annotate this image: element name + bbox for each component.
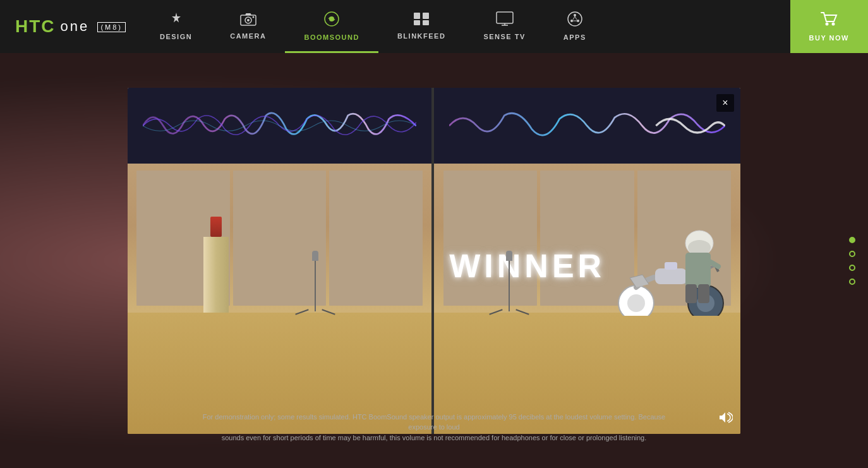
blinkfeed-label: BLINKFEED bbox=[397, 32, 445, 40]
top-navigation: HTC one (M8) DESIGN bbox=[0, 0, 868, 53]
nav-item-boomsound[interactable]: BOOMSOUND bbox=[285, 0, 378, 53]
caption-line-1: For demonstration only; some results sim… bbox=[194, 412, 674, 433]
nav-item-camera[interactable]: CAMERA bbox=[211, 0, 285, 53]
svg-rect-8 bbox=[423, 20, 429, 25]
camera-icon bbox=[240, 12, 256, 28]
svg-rect-31 bbox=[685, 253, 711, 287]
svg-line-16 bbox=[573, 16, 575, 20]
svg-rect-26 bbox=[665, 262, 677, 270]
htc-logo[interactable]: HTC one (M8) bbox=[15, 16, 126, 37]
svg-point-13 bbox=[574, 14, 576, 16]
svg-rect-6 bbox=[423, 13, 429, 19]
mic-head-left bbox=[312, 251, 318, 261]
main-content: × bbox=[0, 53, 868, 468]
svg-point-3 bbox=[252, 16, 254, 18]
svg-rect-25 bbox=[655, 268, 687, 284]
buy-now-label: BUY NOW bbox=[809, 34, 849, 42]
wave-display-left bbox=[128, 88, 431, 164]
mic-base-right bbox=[489, 311, 529, 313]
svg-rect-7 bbox=[414, 20, 420, 25]
htc-brand-text: HTC bbox=[15, 16, 56, 37]
nav-item-sensetv[interactable]: SENSE TV bbox=[464, 0, 544, 53]
scene-left bbox=[128, 88, 434, 434]
svg-point-20 bbox=[832, 23, 835, 26]
svg-rect-9 bbox=[497, 12, 513, 23]
blinkfeed-icon bbox=[413, 12, 430, 28]
design-label: DESIGN bbox=[160, 33, 192, 40]
svg-point-19 bbox=[826, 23, 829, 26]
svg-rect-33 bbox=[685, 284, 697, 303]
mic-head-right bbox=[506, 251, 512, 261]
panel bbox=[329, 171, 422, 306]
scene-right: WINNER bbox=[434, 88, 740, 434]
boomsound-icon bbox=[323, 11, 340, 30]
svg-point-14 bbox=[570, 20, 573, 22]
close-button[interactable]: × bbox=[716, 94, 734, 112]
svg-point-2 bbox=[247, 19, 250, 21]
sensetv-label: SENSE TV bbox=[483, 33, 525, 40]
dot-3[interactable] bbox=[849, 265, 855, 271]
slide-dots bbox=[849, 237, 855, 285]
camera-label: CAMERA bbox=[230, 32, 266, 40]
mic-pole-right bbox=[509, 261, 510, 311]
sensetv-icon bbox=[495, 11, 514, 29]
m8-badge: (M8) bbox=[97, 22, 126, 32]
media-container: × bbox=[128, 88, 740, 434]
dot-4[interactable] bbox=[849, 279, 855, 285]
apps-icon bbox=[567, 11, 583, 30]
svg-point-22 bbox=[627, 294, 645, 312]
mic-base-left bbox=[295, 311, 335, 313]
logo-area: HTC one (M8) bbox=[0, 0, 141, 53]
boomsound-label: BOOMSOUND bbox=[304, 33, 359, 41]
dot-1[interactable] bbox=[849, 237, 855, 243]
mic-stand-left bbox=[295, 251, 335, 313]
one-model-text: one (M8) bbox=[61, 18, 126, 35]
cart-icon bbox=[820, 11, 838, 30]
nav-item-design[interactable]: DESIGN bbox=[141, 0, 211, 53]
dot-2[interactable] bbox=[849, 251, 855, 257]
nav-items: DESIGN CAMERA bbox=[141, 0, 790, 53]
mic-stand-right bbox=[489, 251, 529, 313]
caption-line-2: sounds even for short periods of time ma… bbox=[194, 433, 674, 443]
nav-item-apps[interactable]: APPS bbox=[545, 0, 605, 53]
acoustic-panels-left bbox=[136, 171, 422, 306]
svg-line-17 bbox=[575, 16, 577, 20]
buy-now-button[interactable]: BUY NOW bbox=[790, 0, 868, 53]
wave-display-right bbox=[434, 88, 740, 164]
pedestal bbox=[203, 237, 229, 313]
caption-area: For demonstration only; some results sim… bbox=[0, 412, 868, 443]
phone bbox=[210, 217, 222, 237]
apps-label: APPS bbox=[564, 33, 586, 41]
person-scooter-illustration bbox=[592, 202, 731, 316]
video-scene: WINNER bbox=[128, 88, 740, 434]
mic-pole-left bbox=[315, 261, 316, 311]
svg-rect-5 bbox=[414, 13, 420, 19]
svg-rect-34 bbox=[698, 284, 709, 303]
design-icon bbox=[169, 11, 184, 29]
svg-point-15 bbox=[577, 20, 579, 22]
nav-item-blinkfeed[interactable]: BLINKFEED bbox=[378, 0, 464, 53]
